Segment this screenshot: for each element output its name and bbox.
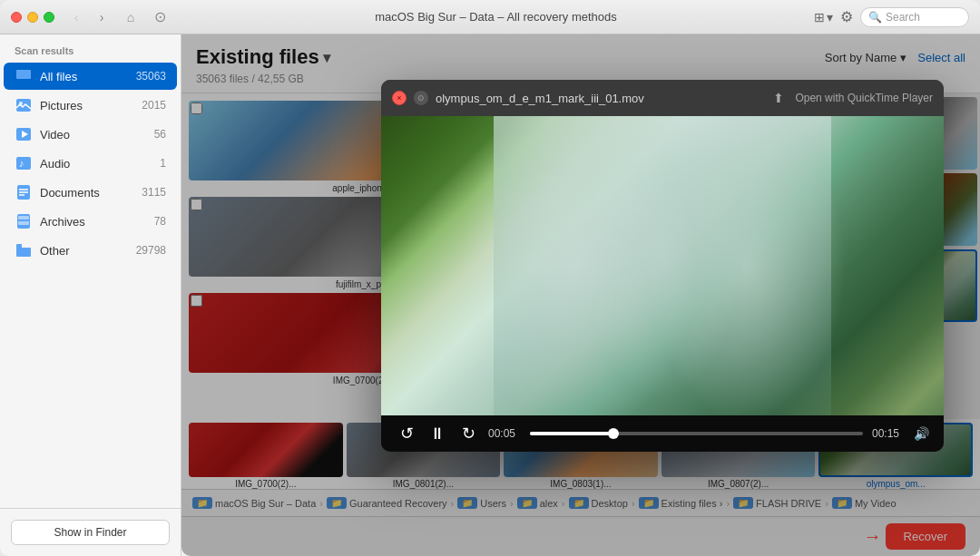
fast-forward-button[interactable]: ↻: [457, 423, 479, 444]
svg-rect-11: [18, 221, 29, 225]
show-in-finder-button[interactable]: Show in Finder: [11, 520, 170, 545]
sidebar-pictures-label: Pictures: [40, 99, 142, 112]
svg-rect-1: [16, 70, 31, 79]
maximize-button[interactable]: [44, 12, 54, 23]
sidebar-footer: Show in Finder: [0, 508, 181, 556]
video-header: × ⊙ olympus_om_d_e_m1_mark_iii_01.mov ⬆ …: [381, 80, 944, 116]
open-quicktime-button[interactable]: Open with QuickTime Player: [795, 92, 933, 104]
main-content: Scan results All files 35063 Pictures 20…: [0, 34, 980, 556]
rewind-button[interactable]: ↺: [396, 423, 417, 444]
view-controls: ⊞ ▾ ⚙ 🔍 Search: [814, 7, 969, 27]
sidebar-item-all-files[interactable]: All files 35063: [4, 63, 177, 90]
sidebar-item-other[interactable]: Other 29798: [4, 237, 177, 264]
download-button[interactable]: ⊙: [149, 8, 171, 26]
sidebar-item-pictures[interactable]: Pictures 2015: [4, 92, 177, 119]
window-title: macOS Big Sur – Data – All recovery meth…: [178, 10, 814, 24]
sidebar-item-audio[interactable]: ♪ Audio 1: [4, 150, 177, 177]
video-close-button[interactable]: ×: [392, 91, 407, 105]
total-time: 00:15: [872, 427, 905, 440]
sidebar-documents-label: Documents: [40, 186, 142, 200]
video-screen: [381, 116, 944, 415]
current-time: 00:05: [488, 427, 521, 440]
sidebar-pictures-count: 2015: [142, 99, 166, 112]
sidebar-item-documents[interactable]: Documents 3115: [4, 179, 177, 206]
video-lock-icon: ⊙: [414, 91, 428, 105]
sidebar-archives-count: 78: [154, 215, 166, 228]
search-icon: 🔍: [868, 11, 882, 24]
audio-icon: ♪: [15, 154, 33, 172]
sidebar-documents-count: 3115: [142, 186, 166, 199]
home-button[interactable]: ⌂: [120, 8, 142, 26]
sidebar-all-files-label: All files: [40, 70, 136, 83]
svg-text:♪: ♪: [19, 158, 24, 169]
sidebar-video-label: Video: [40, 128, 154, 141]
video-filename: olympus_om_d_e_m1_mark_iii_01.mov: [436, 92, 766, 105]
sidebar-audio-label: Audio: [40, 157, 160, 171]
volume-button[interactable]: 🔊: [914, 426, 929, 441]
pause-button[interactable]: ⏸: [426, 423, 448, 444]
archives-icon: [15, 212, 33, 230]
progress-fill: [530, 432, 613, 435]
sidebar-audio-count: 1: [160, 157, 166, 170]
traffic-lights: [11, 12, 54, 23]
sidebar-all-files-count: 35063: [136, 70, 166, 83]
sidebar: Scan results All files 35063 Pictures 20…: [0, 34, 181, 556]
video-icon: [15, 125, 33, 143]
all-files-icon: [15, 67, 33, 85]
back-button[interactable]: ‹: [65, 8, 87, 26]
sidebar-video-count: 56: [154, 128, 166, 141]
pictures-icon: [15, 96, 33, 114]
sidebar-item-archives[interactable]: Archives 78: [4, 208, 177, 235]
minimize-button[interactable]: [27, 12, 38, 23]
right-panel-container: Existing files ▾ Sort by Name ▾ Select a…: [181, 34, 980, 556]
progress-bar[interactable]: [530, 432, 863, 435]
chevron-down-icon: ▾: [827, 10, 833, 24]
svg-rect-13: [16, 248, 31, 257]
forward-button[interactable]: ›: [91, 8, 113, 26]
view-toggle-button[interactable]: ⊞ ▾: [814, 10, 833, 24]
nav-arrows: ‹ ›: [65, 8, 113, 26]
documents-icon: [15, 183, 33, 201]
progress-knob[interactable]: [608, 428, 619, 439]
svg-rect-10: [18, 216, 29, 219]
other-icon: [15, 241, 33, 259]
sidebar-section-title: Scan results: [0, 34, 181, 62]
close-button[interactable]: [11, 12, 22, 23]
video-preview-panel: × ⊙ olympus_om_d_e_m1_mark_iii_01.mov ⬆ …: [381, 80, 944, 452]
grid-icon: ⊞: [814, 10, 825, 24]
sidebar-other-label: Other: [40, 244, 136, 258]
filter-button[interactable]: ⚙: [840, 8, 853, 25]
search-box: 🔍 Search: [860, 7, 969, 27]
video-share-button[interactable]: ⬆: [773, 91, 784, 105]
sidebar-archives-label: Archives: [40, 215, 154, 229]
sidebar-item-video[interactable]: Video 56: [4, 121, 177, 148]
sidebar-other-count: 29798: [136, 244, 166, 257]
titlebar: ‹ › ⌂ ⊙ macOS Big Sur – Data – All recov…: [0, 0, 980, 34]
video-controls: ↺ ⏸ ↻ 00:05 00:15 🔊: [381, 415, 944, 452]
search-placeholder: Search: [886, 11, 920, 24]
